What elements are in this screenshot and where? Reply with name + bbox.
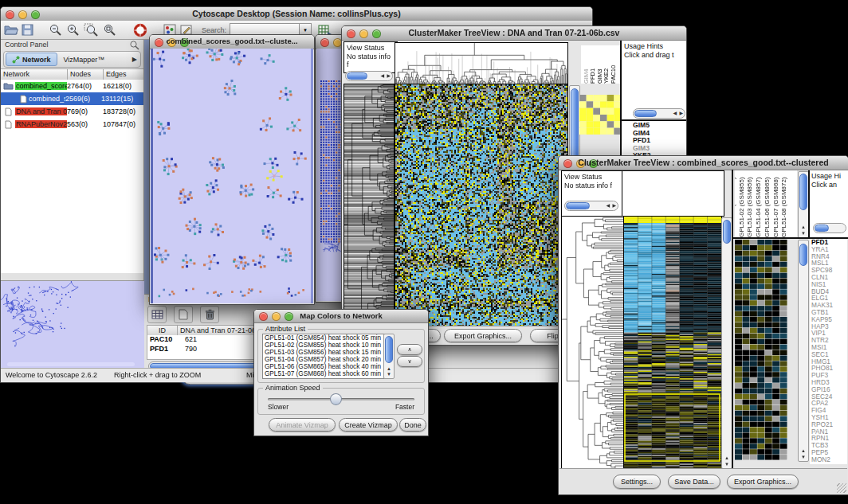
column-label[interactable]: GPL51-02 (GSM855) [739, 177, 745, 237]
tv2-heatmap-vscrollbar[interactable]: ▲ ▼ [721, 217, 732, 469]
column-label[interactable]: GPL51-08 (GSM872) [781, 177, 787, 237]
select-attributes-icon[interactable] [147, 306, 167, 323]
treeview1-titlebar[interactable]: ClusterMaker TreeView : DNA and Tran 07-… [342, 26, 686, 41]
network-row[interactable]: RNAPuberNov2+I 563(0) 107847(0) [1, 118, 143, 131]
network-name: combined_sco [29, 95, 65, 103]
network-edges: 13112(15) [101, 95, 133, 103]
animation-speed-label: Animation Speed [263, 384, 323, 392]
gene-item[interactable]: MON2 [810, 456, 847, 463]
attribute-list-label: Attribute List [263, 325, 308, 333]
status-center: Right-click + drag to ZOOM [114, 371, 201, 379]
settings-button[interactable]: Settings... [613, 475, 661, 489]
faster-label: Faster [395, 403, 414, 411]
birdseye-scrollbar[interactable] [7, 362, 135, 366]
new-attribute-icon[interactable] [174, 306, 193, 323]
network-nodes: 2764(0) [67, 82, 103, 90]
slower-label: Slower [268, 403, 289, 411]
column-label[interactable]: GPL51-04 (GSM857) [756, 177, 762, 237]
tv2-array-dendrogram-pane[interactable] [622, 170, 724, 217]
tv2-usage-scrollbar[interactable] [813, 223, 846, 233]
netview1-titlebar[interactable]: combined_scores_good.txt--cluste... [150, 35, 314, 49]
animate-vizmap-button[interactable]: Animate Vizmap [269, 418, 336, 432]
help-ring-icon[interactable] [133, 23, 147, 37]
cytoscape-titlebar[interactable]: Cytoscape Desktop (Session Name: collins… [1, 7, 592, 21]
tv1-status-scrollbar[interactable]: ◀ ▶ [345, 71, 393, 81]
move-up-button[interactable]: ∧ [397, 344, 422, 355]
column-label[interactable]: GPL51-01 (GSM854) [735, 177, 736, 237]
attribute-item[interactable]: GPL51-04 (GSM857) heat shock 20 min [263, 356, 384, 363]
dialog-title: Map Colors to Network [254, 311, 428, 320]
zoom-selected-icon[interactable] [84, 23, 99, 37]
export-graphics-button[interactable]: Export Graphics... [727, 475, 799, 489]
attribute-item[interactable]: GPL51-01 (GSM854) heat shock 05 min [263, 334, 384, 342]
zoom-in-icon[interactable] [66, 23, 80, 37]
save-icon[interactable] [22, 24, 34, 36]
zoom-out-icon[interactable] [49, 23, 63, 37]
export-graphics-button[interactable]: Export Graphics... [444, 329, 522, 342]
attribute-item[interactable]: GPL51-03 (GSM856) heat shock 15 min [263, 349, 384, 356]
treeview1-title: ClusterMaker TreeView : DNA and Tran 07-… [342, 28, 686, 37]
treeview2-title: ClusterMaker TreeView : combined_scores_… [559, 158, 848, 167]
create-vizmap-button[interactable]: Create Vizmap [339, 418, 398, 432]
column-label[interactable]: PAC10 [610, 65, 617, 84]
dialog-titlebar[interactable]: Map Colors to Network [254, 310, 428, 323]
network-row-selected[interactable]: combined_sco 2569(6) 13112(15) [1, 92, 143, 105]
network-name: DNA and Tran 07 [15, 107, 67, 115]
network-row[interactable]: combined_scores 2764(0) 16218(0) [1, 80, 143, 92]
tv2-heatmap[interactable] [623, 216, 722, 471]
tv2-zoom-heatmap[interactable] [735, 240, 787, 460]
tv2-labels-vscrollbar[interactable]: ▲ ▼ [798, 171, 809, 238]
column-label[interactable]: PFD1 [590, 68, 596, 84]
zoom-fit-icon[interactable] [102, 23, 117, 37]
window-title: Cytoscape Desktop (Session Name: collins… [1, 9, 592, 18]
column-label[interactable]: GPL51-03 (GSM856) [747, 177, 753, 237]
resize-grip[interactable] [837, 483, 846, 493]
attribute-list-scrollbar[interactable]: ▲ ▼ [383, 334, 395, 379]
column-label[interactable]: GPL51-07 (GSM868) [773, 177, 779, 237]
move-down-button[interactable]: ∨ [397, 356, 422, 367]
tv1-usage-scrollbar[interactable]: ◀ ▶ [633, 108, 685, 119]
tv2-genes-vscrollbar[interactable]: ▲ ▼ [798, 240, 809, 462]
view-status-title: View Status [564, 173, 622, 182]
tv1-correlation-matrix[interactable] [579, 95, 621, 135]
attribute-item[interactable]: GPL51-02 (GSM855) heat shock 10 min [263, 342, 384, 349]
birdseye-canvas[interactable] [1, 281, 144, 369]
speed-slider-thumb[interactable] [330, 393, 342, 405]
save-data-button[interactable]: Save Data... [668, 475, 720, 489]
network-canvas-1[interactable] [153, 49, 311, 298]
tv1-column-labels-list: GIM5GIM4PFD1GIM3YKE2PAC10 [581, 45, 626, 84]
birdseye-panel[interactable] [1, 280, 144, 369]
float-panel-icon[interactable] [129, 40, 139, 50]
delete-attribute-icon[interactable] [200, 306, 219, 323]
network-nodes: 769(0) [67, 107, 103, 115]
network-tab-icon [12, 56, 20, 64]
col-network[interactable]: Network [1, 69, 68, 80]
row-id: PFD1 [147, 345, 180, 354]
tv2-gene-dendrogram[interactable] [561, 216, 624, 471]
col-nodes[interactable]: Nodes [68, 69, 104, 80]
attribute-item[interactable]: GPL51-06 (GSM865) heat shock 40 min [263, 363, 384, 370]
close-button[interactable] [320, 38, 329, 47]
done-button[interactable]: Done [399, 418, 426, 432]
treeview2-window: ClusterMaker TreeView : combined_scores_… [558, 155, 848, 495]
tab-vizmapper[interactable]: VizMapper™ [57, 56, 112, 64]
attribute-item[interactable]: GPL51-07 (GSM868) heat shock 60 min [263, 370, 384, 377]
tv1-heatmap[interactable] [395, 84, 568, 327]
tv1-gene-dendrogram[interactable] [344, 84, 395, 327]
usage-hints-text: Click an [811, 181, 847, 189]
file-icon [1, 120, 15, 129]
attribute-list: GPL51-01 (GSM854) heat shock 05 minGPL51… [263, 334, 384, 378]
tab-vizmapper-label: VizMapper™ [64, 56, 105, 64]
treeview2-titlebar[interactable]: ClusterMaker TreeView : combined_scores_… [559, 156, 848, 170]
tab-overflow-arrow[interactable]: ▶ [132, 56, 137, 63]
tab-network[interactable]: Network [6, 53, 57, 66]
control-panel: Control Panel Network VizMapper™ ▶ Netwo… [1, 40, 144, 369]
tv1-array-dendrogram[interactable] [395, 42, 568, 85]
network-row[interactable]: DNA and Tran 07 769(0) 183728(0) [1, 105, 143, 118]
col-edges[interactable]: Edges [104, 69, 143, 80]
col-id[interactable]: ID [147, 326, 178, 335]
network-edges: 16218(0) [103, 82, 132, 90]
column-label[interactable]: GPL51-06 (GSM865) [764, 177, 771, 237]
open-folder-icon[interactable] [4, 24, 18, 36]
tv2-status-scrollbar[interactable]: ◀ ▶ [564, 201, 618, 211]
